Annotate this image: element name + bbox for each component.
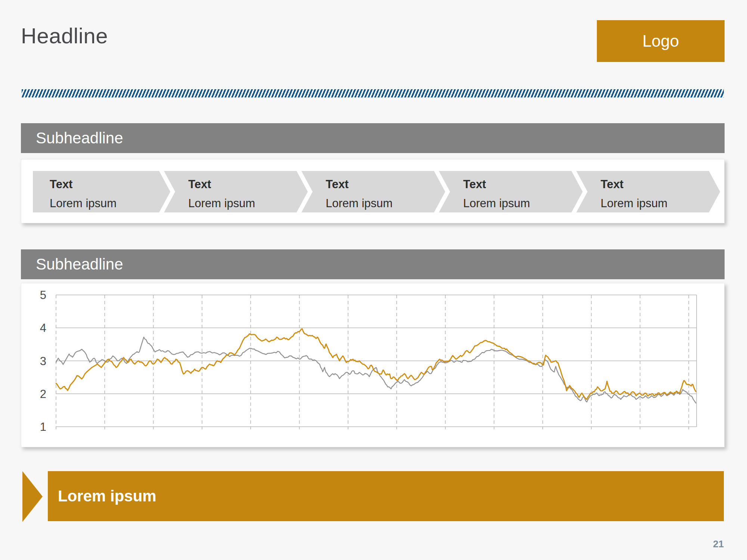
chart-box: 54321 <box>21 283 725 447</box>
line-chart: 54321 <box>21 283 724 447</box>
gray-series-line <box>56 337 696 403</box>
subheadline-bar-process: Subheadline <box>21 123 725 153</box>
footer-banner: Lorem ipsum <box>48 471 724 521</box>
y-tick-label: 5 <box>40 289 46 302</box>
banner-label: Lorem ipsum <box>58 487 156 505</box>
step-title: Text <box>326 178 348 191</box>
step-title: Text <box>50 178 72 191</box>
page-number: 21 <box>672 538 724 550</box>
step-subtitle: Lorem ipsum <box>188 197 255 210</box>
step-subtitle: Lorem ipsum <box>601 197 667 210</box>
banner-arrow-icon <box>22 471 43 522</box>
step-title: Text <box>463 178 486 191</box>
slide: Headline Logo Subheadline TextLorem ipsu… <box>0 0 747 560</box>
step-subtitle: Lorem ipsum <box>463 197 530 210</box>
striped-divider <box>22 89 724 97</box>
orange-series-line <box>56 329 696 399</box>
step-subtitle: Lorem ipsum <box>326 197 393 210</box>
subheadline-bar-chart: Subheadline <box>21 249 725 279</box>
step-title: Text <box>601 178 623 191</box>
y-tick-label: 1 <box>40 420 46 433</box>
process-box: TextLorem ipsumTextLorem ipsumTextLorem … <box>21 159 725 223</box>
y-tick-label: 4 <box>40 321 46 335</box>
step-subtitle: Lorem ipsum <box>50 197 117 210</box>
page-title: Headline <box>21 23 108 48</box>
logo-label: Logo <box>642 32 679 50</box>
subheadline-label: Subheadline <box>36 129 123 147</box>
subheadline-label: Subheadline <box>36 255 123 273</box>
step-title: Text <box>188 178 211 191</box>
process-chevrons: TextLorem ipsumTextLorem ipsumTextLorem … <box>33 171 720 212</box>
y-tick-label: 2 <box>40 388 46 401</box>
logo-box: Logo <box>597 20 725 62</box>
y-tick-label: 3 <box>40 355 46 368</box>
